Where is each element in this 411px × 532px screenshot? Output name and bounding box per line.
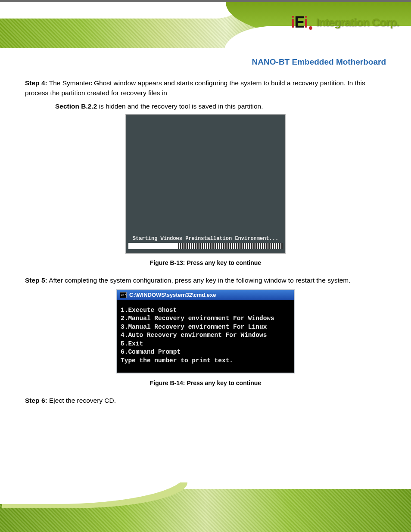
progress-bar-icon <box>128 243 283 249</box>
cmd-line-6: 6.Command Prompt <box>121 348 181 355</box>
cmd-body: 1.Execute Ghost 2.Manual Recovery enviro… <box>117 300 294 373</box>
header-banner: iEi Integration Corp. <box>0 0 411 48</box>
step-6-text: Eject the recovery CD. <box>49 397 116 404</box>
brand-logo: iEi Integration Corp. <box>291 13 399 31</box>
step-4: Step 4: The Symantec Ghost window appear… <box>25 78 386 98</box>
step-5: Step 5: After completing the system conf… <box>25 275 386 285</box>
footer-swoosh <box>0 474 185 504</box>
step-6: Step 6: Eject the recovery CD. <box>25 395 386 405</box>
step-4-rest: is hidden and the recovery tool is saved… <box>97 103 263 110</box>
cmd-line-1: 1.Execute Ghost <box>121 307 177 314</box>
step-6-label: Step 6: <box>25 397 47 404</box>
step-4-text: The Symantec Ghost window appears and st… <box>25 79 365 96</box>
cmd-line-3: 3.Manual Recovery environment For Linux <box>121 324 267 330</box>
page-body: NANO-BT Embedded Motherboard Step 4: The… <box>0 52 411 409</box>
cmd-title-text: C:\WINDOWS\system32\cmd.exe <box>129 292 216 298</box>
cmd-line-4: 4.Auto Recovery environment For Windows <box>121 332 267 339</box>
document-title: NANO-BT Embedded Motherboard <box>25 56 386 68</box>
step-4-continuation: Section B.2.2 is hidden and the recovery… <box>55 101 386 111</box>
cmd-prompt: Type the number to print text. <box>121 357 233 364</box>
figure-b14-caption: Figure B-14: Press any key to continue <box>25 379 386 388</box>
figure-b13-caption: Figure B-13: Press any key to continue <box>25 258 386 268</box>
figure-b13: Starting Windows Preinstallation Environ… <box>126 115 285 253</box>
step-5-text: After completing the system configuratio… <box>49 277 350 284</box>
step-4-section-ref: Section B.2.2 <box>55 103 97 110</box>
cmd-line-2: 2.Manual Recovery environment For Window… <box>121 315 274 322</box>
winpe-loading-text: Starting Windows Preinstallation Environ… <box>126 236 285 241</box>
step-5-label: Step 5: <box>25 277 47 284</box>
cmd-line-5: 5.Exit <box>121 340 143 347</box>
cmd-titlebar: C:\WINDOWS\system32\cmd.exe <box>117 290 294 300</box>
cmd-icon <box>120 292 127 298</box>
brand-name: Integration Corp. <box>316 16 399 29</box>
header-swoosh <box>0 2 241 19</box>
figure-b14: C:\WINDOWS\system32\cmd.exe 1.Execute Gh… <box>116 289 295 374</box>
footer-banner <box>0 489 411 532</box>
step-4-label: Step 4: <box>25 79 47 87</box>
logo-mark-icon: iEi <box>291 13 314 31</box>
